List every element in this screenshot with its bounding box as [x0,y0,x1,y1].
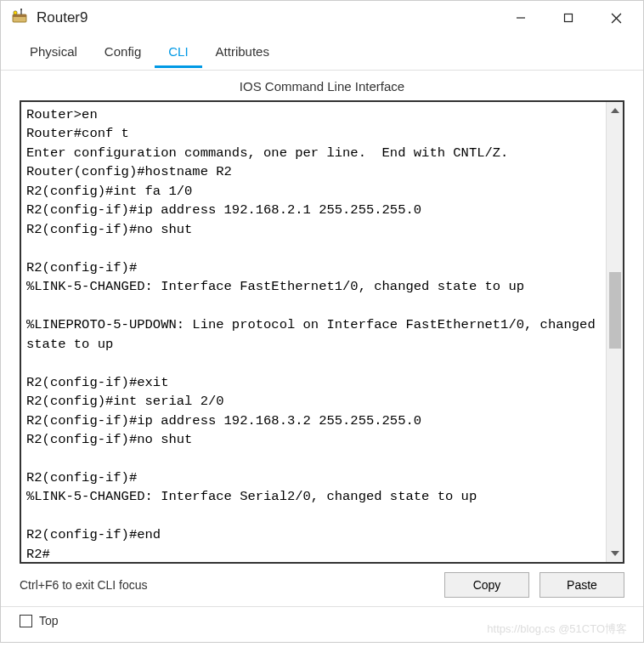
cli-terminal[interactable]: Router>en Router#conf t Enter configurat… [21,102,606,562]
scroll-down-arrow[interactable] [607,545,624,562]
close-button[interactable] [592,3,640,33]
tab-config[interactable]: Config [91,37,155,68]
router-icon [9,8,30,28]
footer: Top [1,606,643,634]
svg-point-4 [20,9,22,10]
cli-container: Router>en Router#conf t Enter configurat… [20,100,624,564]
svg-rect-1 [13,14,26,17]
top-checkbox[interactable] [20,615,32,627]
app-window: Router9 Physical Config CLI Attributes I… [0,0,644,643]
svg-marker-10 [611,551,619,556]
svg-point-2 [14,11,17,14]
window-title: Router9 [37,9,497,26]
svg-rect-6 [565,14,573,22]
scroll-up-arrow[interactable] [607,102,624,119]
tab-attributes[interactable]: Attributes [202,37,283,68]
paste-button[interactable]: Paste [539,572,624,598]
cli-hint: Ctrl+F6 to exit CLI focus [20,578,434,592]
scrollbar[interactable] [606,102,623,562]
tab-physical[interactable]: Physical [16,37,91,68]
copy-button[interactable]: Copy [444,572,529,598]
maximize-button[interactable] [545,3,592,33]
titlebar[interactable]: Router9 [1,1,643,35]
tab-cli[interactable]: CLI [155,37,201,68]
scroll-thumb[interactable] [609,272,621,349]
cli-heading: IOS Command Line Interface [1,71,643,100]
window-controls [497,3,640,33]
action-bar: Ctrl+F6 to exit CLI focus Copy Paste [1,564,643,606]
top-label: Top [39,614,59,627]
svg-marker-9 [611,108,619,113]
tab-bar: Physical Config CLI Attributes [1,35,643,71]
minimize-button[interactable] [497,3,545,33]
